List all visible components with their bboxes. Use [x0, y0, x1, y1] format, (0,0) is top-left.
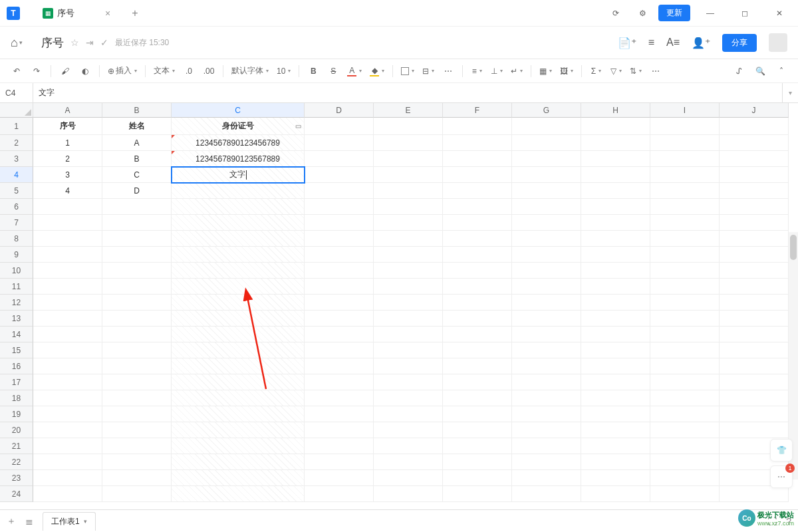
cell[interactable]: [33, 199, 102, 215]
cell[interactable]: [581, 247, 650, 263]
row-header[interactable]: 2: [0, 135, 33, 151]
cell[interactable]: 文字: [172, 167, 305, 183]
cell[interactable]: 身份证号▭: [172, 118, 305, 135]
cell[interactable]: [443, 135, 512, 151]
cell[interactable]: [581, 215, 650, 231]
cell[interactable]: [512, 151, 581, 167]
cell[interactable]: [443, 438, 512, 454]
cell[interactable]: [581, 327, 650, 342]
row-header[interactable]: 21: [0, 438, 33, 454]
cell[interactable]: [581, 470, 650, 486]
cell[interactable]: [650, 406, 720, 422]
cell[interactable]: [172, 247, 305, 263]
cell[interactable]: [443, 470, 512, 486]
cell[interactable]: [512, 231, 581, 247]
cell[interactable]: D: [102, 183, 172, 199]
cell[interactable]: [512, 135, 581, 151]
update-button[interactable]: 更新: [658, 5, 690, 21]
cell[interactable]: [650, 358, 720, 374]
cell[interactable]: [443, 247, 512, 263]
cell[interactable]: 1234567890123456789: [172, 135, 305, 151]
row-header[interactable]: 17: [0, 374, 33, 390]
sheet-list-button[interactable]: ≣: [25, 516, 33, 527]
cell[interactable]: [172, 279, 305, 295]
row-header[interactable]: 24: [0, 486, 33, 502]
cell[interactable]: [305, 167, 374, 183]
cell[interactable]: 姓名: [102, 118, 172, 135]
cell[interactable]: [102, 390, 172, 406]
cell[interactable]: [581, 118, 650, 135]
document-tab[interactable]: ▦ 序号 ×: [33, 3, 120, 24]
cell[interactable]: [374, 167, 443, 183]
column-header[interactable]: B: [102, 103, 172, 118]
formula-expand-icon[interactable]: ▾: [782, 83, 798, 102]
text-format-icon[interactable]: A≡: [666, 37, 680, 49]
cell[interactable]: [512, 390, 581, 406]
cell[interactable]: [720, 247, 789, 263]
sort-button[interactable]: ⇅: [627, 63, 644, 80]
cell[interactable]: [581, 454, 650, 470]
cell[interactable]: [650, 263, 720, 279]
cell[interactable]: [443, 311, 512, 327]
cell[interactable]: [581, 167, 650, 183]
cell[interactable]: [374, 151, 443, 167]
cell[interactable]: [172, 215, 305, 231]
borders-button[interactable]: [398, 63, 417, 80]
cell[interactable]: [102, 358, 172, 374]
cell[interactable]: [33, 279, 102, 295]
cell[interactable]: [374, 358, 443, 374]
row-header[interactable]: 4: [0, 167, 33, 183]
cell[interactable]: [581, 358, 650, 374]
cell[interactable]: [443, 327, 512, 342]
cell[interactable]: [374, 135, 443, 151]
cell[interactable]: [581, 390, 650, 406]
cell[interactable]: [581, 406, 650, 422]
cell[interactable]: [374, 263, 443, 279]
cell[interactable]: [305, 118, 374, 135]
insert-menu[interactable]: ⊕ 插入: [105, 63, 140, 80]
cell[interactable]: [172, 263, 305, 279]
cell[interactable]: [305, 279, 374, 295]
cell[interactable]: [720, 151, 789, 167]
cell[interactable]: [102, 438, 172, 454]
cell[interactable]: [305, 263, 374, 279]
cell[interactable]: 3: [33, 167, 102, 183]
cell[interactable]: [650, 470, 720, 486]
cell[interactable]: [172, 438, 305, 454]
cell[interactable]: [650, 247, 720, 263]
cell[interactable]: [374, 342, 443, 358]
cell[interactable]: [512, 118, 581, 135]
cell[interactable]: [443, 199, 512, 215]
cell[interactable]: [374, 470, 443, 486]
cell[interactable]: [512, 263, 581, 279]
cell[interactable]: [443, 279, 512, 295]
cell[interactable]: [650, 327, 720, 342]
cell[interactable]: [374, 438, 443, 454]
cell[interactable]: [720, 422, 789, 438]
cell[interactable]: [305, 438, 374, 454]
cell[interactable]: [33, 358, 102, 374]
cell[interactable]: [443, 454, 512, 470]
cell[interactable]: [720, 215, 789, 231]
cell[interactable]: [512, 247, 581, 263]
cell[interactable]: [512, 470, 581, 486]
cell[interactable]: [512, 406, 581, 422]
cell[interactable]: [720, 486, 789, 502]
cell[interactable]: [102, 199, 172, 215]
cell[interactable]: [581, 183, 650, 199]
scrollbar-thumb[interactable]: [790, 235, 797, 260]
cell[interactable]: [33, 231, 102, 247]
row-header[interactable]: 13: [0, 311, 33, 327]
cell[interactable]: [443, 118, 512, 135]
cell[interactable]: [443, 295, 512, 311]
cell[interactable]: [172, 358, 305, 374]
text-wrap-button[interactable]: ↵: [508, 63, 525, 80]
cell[interactable]: [102, 454, 172, 470]
cell[interactable]: [512, 454, 581, 470]
row-header[interactable]: 11: [0, 279, 33, 295]
font-color-button[interactable]: A: [344, 63, 364, 80]
cell[interactable]: 2: [33, 151, 102, 167]
column-header[interactable]: J: [720, 103, 789, 118]
cell[interactable]: [33, 390, 102, 406]
cell[interactable]: [650, 118, 720, 135]
